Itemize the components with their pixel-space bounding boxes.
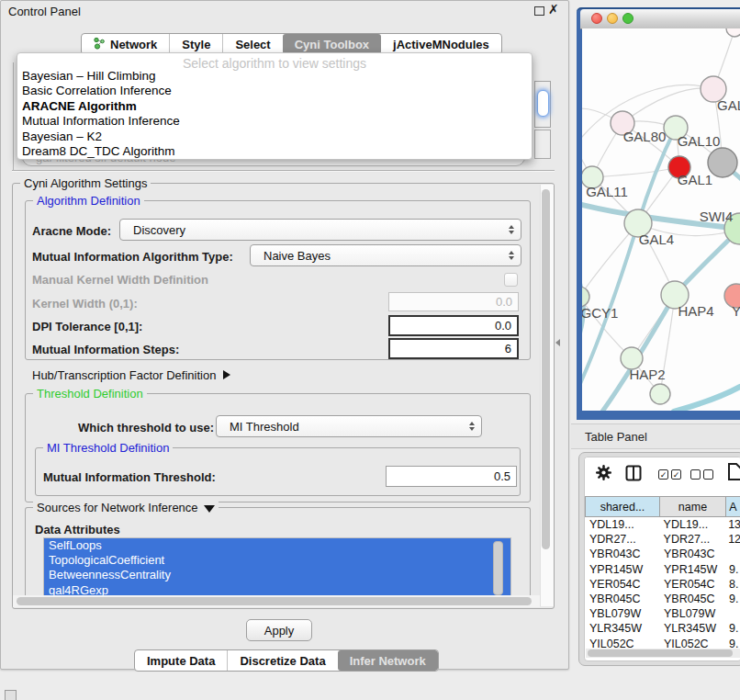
dpi-tolerance-field[interactable]: 0.0 <box>388 315 519 336</box>
show-all-columns-icon[interactable]: ✓ ✓ <box>658 469 681 480</box>
tab-style[interactable]: Style <box>169 34 222 54</box>
table-cell <box>726 547 729 561</box>
attribute-item-selfloops[interactable]: SelfLoops <box>44 538 510 553</box>
panel-separator <box>12 170 555 171</box>
table-row[interactable]: YDR27...YDR27...12 <box>585 532 740 547</box>
algorithm-definition-title: Algorithm Definition <box>33 194 144 208</box>
node-label: GAL11 <box>586 184 628 199</box>
combo-stepper-icon <box>509 225 514 234</box>
aracne-mode-value: Discovery <box>133 223 185 237</box>
table-row[interactable]: YBL079WYBL079W <box>585 606 740 621</box>
cyni-settings-title: Cyni Algorithm Settings <box>20 176 151 190</box>
table-hscroll-thumb[interactable] <box>588 649 733 657</box>
which-threshold-value: MI Threshold <box>230 420 299 434</box>
table-cell: 9. <box>726 637 738 649</box>
network-node[interactable] <box>650 384 670 404</box>
gear-icon[interactable] <box>596 465 611 484</box>
column-header-shared[interactable]: shared... <box>585 496 660 517</box>
table-row[interactable]: YBR045CYBR045C9. <box>585 592 740 606</box>
sources-group-title[interactable]: Sources for Network Inference <box>33 501 219 514</box>
attribute-item-betweennesscentrality[interactable]: BetweennessCentrality <box>44 568 510 582</box>
mi-threshold-field[interactable]: 0.5 <box>386 466 517 487</box>
tab-label: Style <box>182 38 210 51</box>
settings-vscroll-thumb[interactable] <box>542 189 550 549</box>
node-label: Y <box>732 303 740 319</box>
tab-jactivemnodules[interactable]: jActiveMNodules <box>381 34 501 54</box>
close-icon[interactable]: ✗ <box>548 2 559 17</box>
algorithm-option-mutual-information-inference[interactable]: Mutual Information Inference <box>20 114 529 129</box>
table-cell: YBR045C <box>585 592 660 606</box>
network-canvas[interactable]: GALGAL80GAL10GAL1GAL11SWI4GAL4GCY1HAP4YH… <box>582 28 740 411</box>
checked-checkbox-icon: ✓ <box>671 469 681 480</box>
column-header-name[interactable]: name <box>660 496 726 517</box>
algorithm-option-bayesian-hill-climbing[interactable]: Bayesian – Hill Climbing <box>20 69 529 84</box>
table-cell: YIL052C <box>585 637 660 649</box>
splitter-toggle-icon[interactable] <box>555 339 560 346</box>
hide-all-columns-icon[interactable] <box>690 469 713 480</box>
algorithm-option-dream8-dc-tdc-algorithm[interactable]: Dream8 DC_TDC Algorithm <box>20 144 529 159</box>
hub-definition-toggle[interactable]: Hub/Transcription Factor Definition <box>32 367 230 383</box>
dropdown-items: Bayesian – Hill ClimbingBasic Correlatio… <box>20 69 529 159</box>
minimize-traffic-light-icon[interactable] <box>607 13 618 24</box>
attribute-item-topologicalcoefficient[interactable]: TopologicalCoefficient <box>44 553 510 568</box>
data-attributes-list[interactable]: SelfLoopsTopologicalCoefficientBetweenne… <box>43 537 511 599</box>
network-node-gcy1[interactable] <box>582 287 589 307</box>
table-card: ✓ ✓ shared...nameA YDL19...YDL19...13YDR… <box>584 457 740 661</box>
which-threshold-label: Which threshold to use: <box>78 416 214 438</box>
manual-kernel-checkbox[interactable] <box>504 273 518 287</box>
close-traffic-light-icon[interactable] <box>591 13 602 24</box>
table-cell: YBR043C <box>660 547 726 561</box>
node-label: SWI4 <box>700 209 734 224</box>
checked-checkbox-icon: ✓ <box>658 469 668 480</box>
columns-icon[interactable] <box>625 465 642 485</box>
table-row[interactable]: YBR043CYBR043C <box>585 547 740 561</box>
tab-impute-data[interactable]: Impute Data <box>135 650 227 671</box>
table-row[interactable]: YPR145WYPR145W9. <box>585 562 740 577</box>
kernel-width-field[interactable]: 0.0 <box>388 292 519 311</box>
table-row[interactable]: YIL052CYIL052C9. <box>585 637 740 649</box>
algorithm-option-bayesian-k2[interactable]: Bayesian – K2 <box>20 130 529 144</box>
which-threshold-combo[interactable]: MI Threshold <box>216 415 482 437</box>
mi-steps-field[interactable]: 6 <box>388 338 519 359</box>
network-node[interactable] <box>726 28 740 37</box>
mi-type-combo[interactable]: Naive Bayes <box>250 244 521 266</box>
hidden-panel-border <box>13 62 14 170</box>
table-row[interactable]: YLR345WYLR345W9. <box>585 621 740 636</box>
table-cell: YDR27... <box>660 532 726 547</box>
tab-discretize-data[interactable]: Discretize Data <box>227 650 337 671</box>
tab-infer-network[interactable]: Infer Network <box>338 650 438 671</box>
table-row[interactable]: YDL19...YDL19...13 <box>585 517 740 532</box>
table-cell: YDL19... <box>660 517 726 532</box>
algorithm-dropdown-list: Select algorithm to view settings Bayesi… <box>17 52 533 160</box>
tab-label: jActiveMNodules <box>393 38 489 51</box>
mi-threshold-label: Mutual Information Threshold: <box>43 467 216 487</box>
table-row[interactable]: YER054CYER054C8. <box>585 577 740 592</box>
algorithm-option-basic-correlation-inference[interactable]: Basic Correlation Inference <box>20 84 529 98</box>
hub-definition-label: Hub/Transcription Factor Definition <box>32 368 216 382</box>
network-window-titlebar[interactable] <box>580 9 740 29</box>
table-cell: YLR345W <box>585 621 660 636</box>
table-cell: YIL052C <box>660 637 726 649</box>
float-window-icon[interactable] <box>534 6 544 16</box>
new-column-icon[interactable] <box>728 463 740 484</box>
algorithm-option-aracne-algorithm[interactable]: ARACNE Algorithm <box>20 99 529 114</box>
apply-button[interactable]: Apply <box>246 619 312 641</box>
node-label: HAP2 <box>629 367 665 382</box>
mi-type-value: Naive Bayes <box>263 249 331 263</box>
dock-corner-icon[interactable] <box>5 690 17 700</box>
column-header-a[interactable]: A <box>726 496 740 517</box>
window-title: Control Panel <box>8 5 81 18</box>
list-scrollbar-thumb[interactable] <box>493 541 503 595</box>
hidden-panel-fragment <box>534 130 551 159</box>
table-cell: YER054C <box>585 577 660 592</box>
table-cell: YBR045C <box>660 592 726 606</box>
table-cell: 13 <box>725 517 740 532</box>
zoom-traffic-light-icon[interactable] <box>622 13 633 24</box>
table-cell: YBR043C <box>585 547 660 561</box>
tab-cyni-toolbox[interactable]: Cyni Toolbox <box>283 34 381 54</box>
table-hscroll-track[interactable] <box>586 649 740 658</box>
aracne-mode-combo[interactable]: Discovery <box>119 219 521 241</box>
tab-select[interactable]: Select <box>222 34 282 54</box>
tab-network[interactable]: Network <box>82 34 169 54</box>
settings-hscroll-thumb[interactable] <box>17 597 532 605</box>
